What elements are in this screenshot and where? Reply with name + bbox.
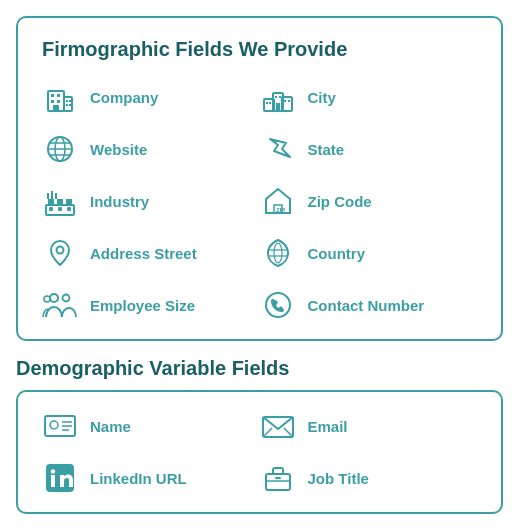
svg-rect-20 [276,103,280,111]
svg-rect-32 [55,193,57,199]
id-card-icon [42,408,78,444]
svg-rect-17 [279,96,281,98]
svg-rect-14 [266,102,268,104]
field-city: City [260,79,478,115]
city-icon [260,79,296,115]
firmographic-title: Firmographic Fields We Provide [42,38,477,61]
shield-map-icon [260,235,296,271]
svg-line-52 [263,428,272,437]
svg-rect-55 [51,475,55,487]
svg-rect-33 [49,207,53,211]
address-label: Address Street [90,245,197,262]
svg-line-53 [284,428,293,437]
field-jobtitle: Job Title [260,460,478,496]
zipcode-label: Zip Code [308,193,372,210]
svg-rect-8 [66,104,68,106]
employee-label: Employee Size [90,297,195,314]
svg-point-45 [266,293,290,317]
svg-rect-15 [269,102,271,104]
svg-point-43 [63,295,70,302]
demographic-grid: Name Email [42,408,477,496]
name-label: Name [90,418,131,435]
location-icon [42,235,78,271]
svg-text:ZIP: ZIP [276,207,285,213]
city-label: City [308,89,336,106]
svg-rect-9 [69,104,71,106]
field-zipcode: ZIP Zip Code [260,183,478,219]
svg-rect-18 [284,100,286,102]
svg-rect-35 [67,207,71,211]
svg-rect-10 [53,105,59,111]
svg-rect-2 [57,94,60,97]
building-icon [42,79,78,115]
globe-icon [42,131,78,167]
demographic-card: Name Email [16,390,503,514]
field-country: Country [260,235,478,271]
firmographic-grid: Company City [42,79,477,323]
firmographic-card: Firmographic Fields We Provide [16,16,503,341]
home-zip-icon: ZIP [260,183,296,219]
field-industry: Industry [42,183,260,219]
svg-rect-30 [47,193,49,199]
website-label: Website [90,141,147,158]
svg-rect-7 [69,100,71,102]
svg-rect-29 [66,199,72,205]
svg-rect-57 [266,474,290,490]
jobtitle-label: Job Title [308,470,369,487]
svg-rect-31 [51,191,53,199]
field-name: Name [42,408,260,444]
svg-rect-19 [288,100,290,102]
field-state: State [260,131,478,167]
field-employee: Employee Size [42,287,260,323]
people-icon [42,287,78,323]
state-label: State [308,141,345,158]
field-linkedin: LinkedIn URL [42,460,260,496]
company-label: Company [90,89,158,106]
field-website: Website [42,131,260,167]
contact-label: Contact Number [308,297,425,314]
svg-point-44 [44,296,50,302]
svg-rect-3 [51,100,54,103]
svg-rect-28 [57,199,63,205]
country-label: Country [308,245,366,262]
svg-rect-27 [48,199,54,205]
svg-rect-34 [58,207,62,211]
svg-point-39 [274,243,282,263]
svg-point-42 [50,294,58,302]
industry-label: Industry [90,193,149,210]
envelope-icon [260,408,296,444]
svg-rect-16 [275,96,277,98]
demographic-title: Demographic Variable Fields [16,357,503,380]
factory-icon [42,183,78,219]
linkedin-icon [42,460,78,496]
field-email: Email [260,408,478,444]
svg-point-38 [57,247,64,254]
svg-rect-6 [66,100,68,102]
svg-point-47 [50,421,58,429]
linkedin-label: LinkedIn URL [90,470,187,487]
email-label: Email [308,418,348,435]
map-pin-icon [260,131,296,167]
briefcase-icon [260,460,296,496]
field-address: Address Street [42,235,260,271]
svg-rect-1 [51,94,54,97]
field-contact: Contact Number [260,287,478,323]
svg-point-56 [51,469,55,473]
field-company: Company [42,79,260,115]
phone-icon [260,287,296,323]
svg-rect-4 [57,100,60,103]
